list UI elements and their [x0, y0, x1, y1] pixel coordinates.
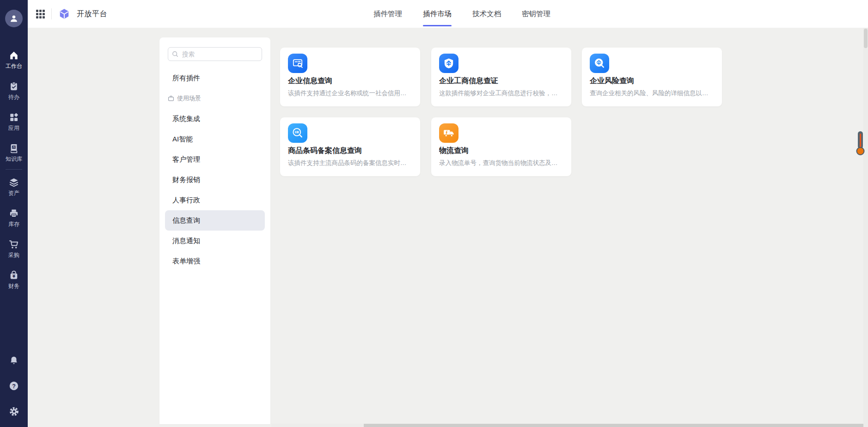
plugin-title: 企业工商信息查证 [439, 76, 564, 86]
category-all-plugins[interactable]: 所有插件 [165, 68, 265, 88]
category-system-integration[interactable]: 系统集成 [165, 109, 265, 129]
rail-item-inventory[interactable]: 库存 [0, 202, 28, 233]
delivery-truck-icon [439, 123, 458, 143]
rail-divider [6, 169, 22, 170]
bell-icon[interactable] [9, 355, 19, 366]
plugin-card-logistics-query[interactable]: 物流查询 录入物流单号，查询货物当前物流状态及… [431, 117, 572, 177]
rail-item-label: 工作台 [6, 63, 22, 69]
rail-item-label: 待办 [8, 94, 19, 100]
category-ai[interactable]: AI智能 [165, 129, 265, 149]
rail-bottom: ? [0, 355, 28, 427]
assets-layers-icon [8, 177, 19, 188]
plugin-description: 该插件支持通过企业名称或统一社会信用… [288, 89, 414, 98]
rail-item-label: 库存 [8, 221, 19, 227]
topbar-divider [51, 8, 52, 19]
svg-text:¥: ¥ [12, 274, 15, 279]
magnifier-enterprise-icon [590, 54, 609, 73]
plugin-card-barcode-registration-query[interactable]: 商品条码备案信息查询 该插件支持主流商品条码的备案信息实时… [280, 117, 421, 177]
shield-enterprise-icon [439, 54, 458, 73]
avatar[interactable] [5, 10, 23, 27]
horizontal-scrollbar-track[interactable] [271, 424, 863, 427]
plugin-card-enterprise-risk-query[interactable]: 企业风险查询 查询企业相关的风险、风险的详细信息以… [581, 47, 722, 107]
rail-item-todo[interactable]: 待办 [0, 75, 28, 106]
thermometer-widget-icon[interactable] [854, 130, 868, 159]
vertical-scrollbar-thumb[interactable] [864, 29, 868, 48]
rail-item-knowledge[interactable]: AI 知识库 [0, 137, 28, 168]
category-customer-management[interactable]: 客户管理 [165, 149, 265, 170]
plugin-market-page: 工作台 待办 应用 AI 知识库 [0, 0, 868, 427]
vertical-scrollbar-track[interactable] [863, 28, 868, 427]
category-message-notification[interactable]: 消息通知 [165, 231, 265, 251]
search-input[interactable] [181, 50, 258, 58]
doc-search-icon [288, 54, 307, 73]
plugin-title: 商品条码备案信息查询 [288, 146, 413, 156]
category-form-enhancement[interactable]: 表单增强 [165, 251, 265, 271]
platform-logo-icon [58, 8, 70, 20]
knowledge-book-icon: AI [8, 143, 19, 154]
rail-item-apps[interactable]: 应用 [0, 106, 28, 137]
apps-grid-icon [8, 112, 19, 123]
rail-item-assets[interactable]: 资产 [0, 171, 28, 202]
plugin-card-enterprise-info-query[interactable]: 企业信息查询 该插件支持通过企业名称或统一社会信用… [280, 47, 421, 107]
home-icon [8, 50, 19, 61]
plugin-title: 企业风险查询 [590, 76, 715, 86]
horizontal-scrollbar-thumb[interactable] [364, 424, 863, 427]
help-icon[interactable]: ? [8, 380, 19, 391]
rail-nav: 工作台 待办 应用 AI 知识库 [0, 44, 28, 295]
briefcase-icon [168, 95, 174, 102]
tab-key-management[interactable]: 密钥管理 [522, 0, 550, 28]
app-name: 开放平台 [77, 9, 107, 19]
category-panel: 所有插件 使用场景 系统集成 AI智能 客户管理 财务报销 人事行政 信息查询 … [159, 37, 270, 424]
category-info-query[interactable]: 信息查询 [165, 210, 265, 231]
tab-tech-docs[interactable]: 技术文档 [472, 0, 501, 28]
user-icon [9, 13, 19, 24]
barcode-search-icon [288, 123, 307, 143]
plugin-description: 这款插件能够对企业工商信息进行校验，… [439, 89, 565, 98]
section-label: 使用场景 [177, 94, 201, 103]
finance-bag-icon: ¥ [8, 270, 19, 281]
gear-icon[interactable] [9, 406, 19, 417]
plugin-title: 企业信息查询 [288, 76, 413, 86]
plugin-description: 该插件支持主流商品条码的备案信息实时… [288, 159, 414, 167]
search-box[interactable] [168, 47, 262, 61]
svg-text:?: ? [12, 383, 16, 390]
tab-plugin-market[interactable]: 插件市场 [423, 0, 452, 28]
category-finance-reimbursement[interactable]: 财务报销 [165, 170, 265, 190]
procurement-cart-icon [8, 239, 19, 250]
plugin-description: 查询企业相关的风险、风险的详细信息以… [590, 89, 715, 98]
section-usage-scenarios: 使用场景 [159, 88, 270, 109]
rail-item-workbench[interactable]: 工作台 [0, 44, 28, 75]
plugin-description: 录入物流单号，查询货物当前物流状态及… [439, 159, 565, 167]
plugin-title: 物流查询 [439, 146, 564, 156]
rail-item-label: 财务 [8, 283, 19, 289]
rail-item-procurement[interactable]: 采购 [0, 233, 28, 264]
top-tabs: 插件管理 插件市场 技术文档 密钥管理 [373, 0, 550, 28]
rail-item-label: 采购 [8, 252, 19, 258]
todo-clipboard-icon [8, 81, 19, 92]
rail-item-label: 应用 [8, 125, 19, 131]
inventory-printer-icon [8, 208, 19, 219]
plugin-card-business-registration-verify[interactable]: 企业工商信息查证 这款插件能够对企业工商信息进行校验，… [431, 47, 572, 107]
category-list: 所有插件 使用场景 系统集成 AI智能 客户管理 财务报销 人事行政 信息查询 … [159, 68, 270, 271]
search-icon [172, 51, 178, 57]
rail-item-label: 知识库 [6, 156, 22, 162]
svg-text:AI: AI [12, 146, 15, 148]
category-hr-admin[interactable]: 人事行政 [165, 190, 265, 210]
rail-item-label: 资产 [8, 190, 19, 196]
rail-item-finance[interactable]: ¥ 财务 [0, 264, 28, 295]
app-rail: 工作台 待办 应用 AI 知识库 [0, 0, 28, 427]
waffle-menu-icon[interactable] [36, 10, 45, 18]
topbar: 开放平台 插件管理 插件市场 技术文档 密钥管理 [28, 0, 868, 28]
tab-plugin-management[interactable]: 插件管理 [373, 0, 402, 28]
